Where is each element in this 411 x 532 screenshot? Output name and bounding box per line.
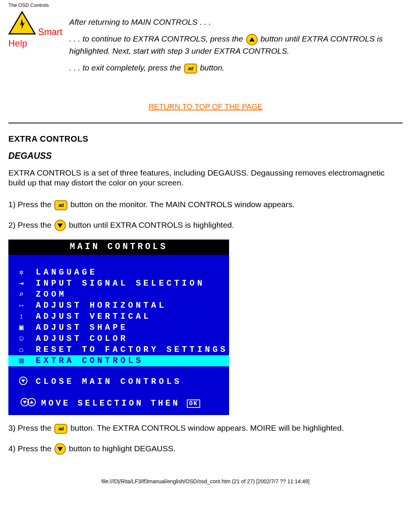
instr-continue: . . . to continue to EXTRA CONTROLS, pre… <box>69 33 403 57</box>
osd-item-language: ✲ LANGUAGE <box>8 267 229 278</box>
smart-label: Smart <box>38 27 62 37</box>
down-arrow-icon <box>54 220 66 231</box>
text: . . . to exit completely, press the <box>69 63 183 72</box>
extra-icon: ▤ <box>19 357 36 365</box>
return-top-link-wrap: RETURN TO TOP OF THE PAGE <box>0 102 411 111</box>
vertical-icon: ↕ <box>19 313 36 321</box>
text: 1) Press the <box>8 200 54 209</box>
osd-item-adjust-vertical: ↕ ADJUST VERTICAL <box>8 311 229 322</box>
step-2: 2) Press the button until EXTRA CONTROLS… <box>8 219 403 231</box>
instr-after: After returning to MAIN CONTROLS . . . <box>69 16 403 28</box>
help-label: Help <box>8 38 27 49</box>
osd-item-label: ZOOM <box>36 290 67 299</box>
osd-menu: ✲ LANGUAGE ⇥ INPUT SIGNAL SELECTION ⌕ ZO… <box>8 255 229 391</box>
osd-footer-text: MOVE SELECTION THEN <box>41 399 180 408</box>
osd-item-label: ADJUST VERTICAL <box>36 312 151 321</box>
text: 3) Press the <box>8 423 54 432</box>
text: button to highlight DEGAUSS. <box>69 444 175 453</box>
osd-item-adjust-color: ☺ ADJUST COLOR <box>8 333 229 344</box>
text: button on the monitor. The MAIN CONTROLS… <box>70 200 295 209</box>
zoom-icon: ⌕ <box>19 291 36 299</box>
osd-item-extra-controls: ▤ EXTRA CONTROLS <box>8 355 229 366</box>
text: 2) Press the <box>8 220 54 229</box>
osd-item-label: EXTRA CONTROLS <box>36 356 143 366</box>
smart-help-block: Smart Help <box>8 11 69 49</box>
osd-item-close: CLOSE MAIN CONTROLS <box>8 376 229 387</box>
down-arrow-icon <box>54 443 66 455</box>
intro-paragraph: EXTRA CONTROLS is a set of three feature… <box>8 168 403 188</box>
ok-osd-icon: OK <box>187 399 200 408</box>
subsection-heading: DEGAUSS <box>8 151 403 161</box>
osd-item-label: INPUT SIGNAL SELECTION <box>36 279 205 288</box>
osd-footer: MOVE SELECTION THEN OK <box>8 391 229 415</box>
ok-button-icon: ad <box>54 424 67 434</box>
text: . . . to continue to EXTRA CONTROLS, pre… <box>69 34 245 43</box>
return-top-link[interactable]: RETURN TO TOP OF THE PAGE <box>148 102 263 111</box>
step-4: 4) Press the button to highlight DEGAUSS… <box>8 443 403 455</box>
down-circle-icon <box>19 377 36 387</box>
ok-button-icon: ad <box>184 64 197 73</box>
osd-item-label: CLOSE MAIN CONTROLS <box>36 377 182 387</box>
horizontal-icon: ↔ <box>19 302 36 310</box>
step-1: 1) Press the ad button on the monitor. T… <box>8 198 403 211</box>
smart-help-row: Smart Help After returning to MAIN CONTR… <box>0 8 411 83</box>
ok-button-icon: ad <box>54 200 67 210</box>
warning-icon <box>8 11 36 37</box>
text: button. <box>200 63 224 72</box>
text: button. The EXTRA CONTROLS window appear… <box>70 423 344 432</box>
osd-item-label: ADJUST COLOR <box>36 334 128 343</box>
osd-item-zoom: ⌕ ZOOM <box>8 289 229 300</box>
reset-icon: ⌂ <box>19 346 36 354</box>
instr-exit: . . . to exit completely, press the ad b… <box>69 62 403 73</box>
up-arrow-icon <box>246 34 258 45</box>
divider <box>8 123 403 123</box>
osd-title: MAIN CONTROLS <box>8 240 229 255</box>
header-path: The OSD Controls <box>0 0 411 8</box>
text: button until EXTRA CONTROLS is highlight… <box>69 220 234 229</box>
updown-circle-icon <box>21 398 34 409</box>
osd-item-adjust-horizontal: ↔ ADJUST HORIZONTAL <box>8 300 229 311</box>
osd-item-adjust-shape: ▣ ADJUST SHAPE <box>8 322 229 333</box>
osd-item-label: LANGUAGE <box>36 268 97 277</box>
text: 4) Press the <box>8 444 54 453</box>
osd-panel: MAIN CONTROLS ✲ LANGUAGE ⇥ INPUT SIGNAL … <box>8 240 229 415</box>
section-heading: EXTRA CONTROLS <box>8 134 403 144</box>
osd-item-reset-factory: ⌂ RESET TO FACTORY SETTINGS <box>8 344 229 355</box>
shape-icon: ▣ <box>19 324 36 332</box>
footer-path: file:///D|/Rita/LF3/lf3manual/english/OS… <box>0 463 411 488</box>
globe-icon: ✲ <box>19 269 36 276</box>
input-icon: ⇥ <box>19 280 36 288</box>
instructions-block: After returning to MAIN CONTROLS . . . .… <box>69 11 403 79</box>
osd-item-label: RESET TO FACTORY SETTINGS <box>36 345 228 355</box>
osd-item-label: ADJUST SHAPE <box>36 323 128 332</box>
osd-item-label: ADJUST HORIZONTAL <box>36 301 166 310</box>
osd-item-input-signal: ⇥ INPUT SIGNAL SELECTION <box>8 278 229 289</box>
color-icon: ☺ <box>19 335 36 343</box>
step-3: 3) Press the ad button. The EXTRA CONTRO… <box>8 422 403 434</box>
